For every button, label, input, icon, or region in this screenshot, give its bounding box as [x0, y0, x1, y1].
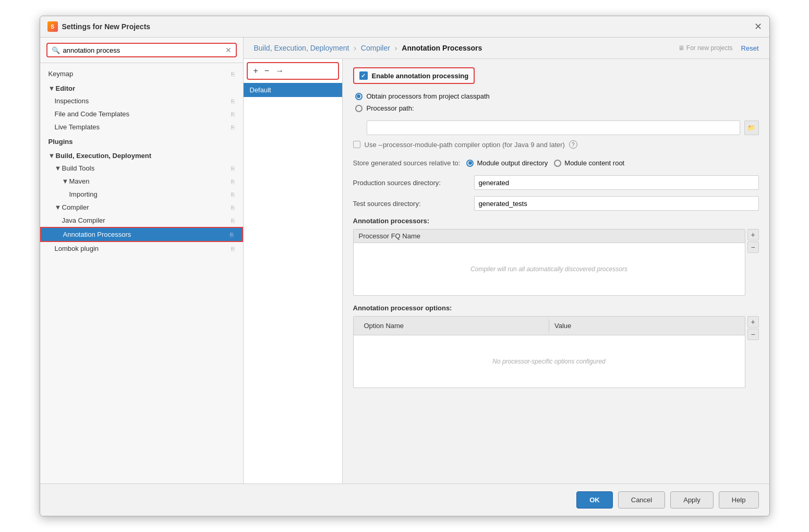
copy-icon-compiler: ⎘	[231, 204, 235, 211]
search-clear-button[interactable]: ✕	[225, 46, 232, 54]
for-new-projects: 🖥 For new projects	[678, 44, 733, 52]
sidebar: 🔍 ✕ Keymap ⎘ ▼ Editor I	[40, 38, 244, 483]
module-output-label: Module output directory	[477, 159, 548, 167]
module-output-radio[interactable]	[466, 160, 474, 167]
module-output-option[interactable]: Module output directory	[466, 159, 548, 167]
annotation-processors-section-label: Annotation processors:	[353, 217, 759, 225]
obtain-classpath-row[interactable]: Obtain processors from project classpath	[355, 92, 759, 100]
profile-remove-button[interactable]: −	[263, 66, 271, 76]
compiler-will-run-label: Compiler will run all automatically disc…	[470, 265, 627, 273]
triangle-maven: ▼	[62, 177, 67, 185]
reset-button[interactable]: Reset	[741, 44, 759, 52]
path-browse-button[interactable]: 📁	[744, 120, 759, 135]
split-panel: + − → Default Enable annotation processi…	[244, 59, 769, 483]
for-new-projects-label: For new projects	[686, 44, 733, 52]
dialog-footer: OK Cancel Apply Help	[40, 483, 769, 516]
triangle-build-exec-deploy: ▼	[49, 152, 54, 160]
annotation-processor-options-label: Annotation processor options:	[353, 304, 759, 312]
processor-path-label: Processor path:	[367, 104, 414, 112]
module-content-label: Module content root	[564, 159, 624, 167]
settings-panel: Enable annotation processing Obtain proc…	[343, 59, 769, 483]
sidebar-item-lombok-plugin[interactable]: Lombok plugin ⎘	[40, 242, 243, 255]
compiler-label: Compiler	[62, 203, 89, 211]
processor-path-input-row: 📁	[353, 120, 759, 135]
annotation-processors-table-body: Compiler will run all automatically disc…	[354, 243, 745, 295]
sidebar-item-build-exec-deploy[interactable]: ▼ Build, Execution, Deployment	[40, 148, 243, 162]
annotation-processor-options-container: Option Name Value No processor-specific …	[353, 316, 745, 388]
annotation-processor-add-button[interactable]: +	[747, 229, 759, 240]
help-icon-module-path[interactable]: ?	[569, 140, 577, 149]
obtain-classpath-radio[interactable]	[355, 93, 363, 100]
ok-button[interactable]: OK	[576, 491, 613, 509]
sidebar-item-inspections[interactable]: Inspections ⎘	[40, 94, 243, 107]
help-button[interactable]: Help	[719, 491, 759, 509]
module-content-option[interactable]: Module content root	[554, 159, 624, 167]
processor-path-row[interactable]: Processor path:	[355, 104, 759, 112]
processor-path-radio[interactable]	[355, 105, 363, 112]
cancel-button[interactable]: Cancel	[618, 491, 665, 509]
production-sources-label: Production sources directory:	[353, 179, 468, 187]
plugins-label: Plugins	[49, 138, 73, 146]
sidebar-item-build-tools[interactable]: ▼ Build Tools ⎘	[40, 162, 243, 175]
enable-annotation-label: Enable annotation processing	[372, 72, 469, 80]
test-sources-label: Test sources directory:	[353, 200, 468, 208]
sidebar-item-maven[interactable]: ▼ Maven ⎘	[40, 175, 243, 188]
annotation-processors-table: Processor FQ Name Compiler will run all …	[353, 229, 745, 296]
breadcrumb-part3: Annotation Processors	[402, 44, 482, 52]
breadcrumb-sep2: ›	[395, 44, 397, 52]
production-sources-row: Production sources directory:	[353, 175, 759, 190]
file-code-templates-label: File and Code Templates	[55, 110, 130, 118]
use-module-path-checkbox[interactable]	[353, 141, 360, 148]
copy-icon-inspections: ⎘	[231, 98, 235, 104]
sidebar-item-plugins[interactable]: Plugins	[40, 134, 243, 148]
breadcrumb-part2[interactable]: Compiler	[361, 44, 390, 52]
test-sources-input[interactable]	[474, 196, 759, 211]
importing-label: Importing	[69, 190, 98, 198]
sidebar-item-live-templates[interactable]: Live Templates ⎘	[40, 120, 243, 134]
copy-icon-maven: ⎘	[231, 178, 235, 185]
copy-icon-lombok-plugin: ⎘	[231, 246, 235, 252]
sidebar-item-annotation-processors[interactable]: Annotation Processors ⎘	[40, 227, 243, 242]
store-sources-label: Store generated sources relative to:	[353, 159, 461, 167]
copy-icon-live-templates: ⎘	[231, 124, 235, 130]
use-module-path-row: Use --processor-module-path compiler opt…	[353, 140, 759, 149]
annotation-processors-table-container: Processor FQ Name Compiler will run all …	[353, 229, 745, 296]
annotation-processors-table-wrap: Processor FQ Name Compiler will run all …	[353, 229, 759, 296]
profile-list: Default	[244, 83, 342, 483]
lombok-plugin-label: Lombok plugin	[55, 245, 99, 252]
production-sources-input[interactable]	[474, 175, 759, 190]
breadcrumb-sep1: ›	[354, 44, 356, 52]
option-add-button[interactable]: +	[747, 316, 759, 328]
triangle-build-tools: ▼	[55, 164, 60, 172]
copy-icon-keymap: ⎘	[231, 71, 235, 77]
value-col: Value	[549, 319, 740, 332]
profile-toolbar: + − →	[247, 62, 339, 80]
sidebar-item-compiler[interactable]: ▼ Compiler ⎘	[40, 201, 243, 214]
module-content-radio[interactable]	[554, 160, 561, 167]
search-input[interactable]	[63, 46, 222, 54]
sidebar-item-java-compiler[interactable]: Java Compiler ⎘	[40, 214, 243, 227]
breadcrumb-part1[interactable]: Build, Execution, Deployment	[254, 44, 349, 52]
apply-button[interactable]: Apply	[670, 491, 714, 509]
annotation-processor-remove-button[interactable]: −	[747, 241, 759, 253]
enable-annotation-checkbox[interactable]	[359, 71, 368, 80]
store-sources-row: Store generated sources relative to: Mod…	[353, 159, 759, 167]
profile-item-default[interactable]: Default	[244, 83, 342, 97]
option-remove-button[interactable]: −	[747, 329, 759, 340]
sidebar-item-editor[interactable]: ▼ Editor	[40, 80, 243, 94]
browse-icon: 📁	[747, 124, 755, 131]
profile-add-button[interactable]: +	[252, 66, 260, 76]
sidebar-item-keymap[interactable]: Keymap ⎘	[40, 67, 243, 80]
close-button[interactable]: ✕	[754, 22, 762, 31]
maven-label: Maven	[69, 177, 90, 185]
dialog-title: Settings for New Projects	[62, 22, 151, 31]
processor-path-input[interactable]	[367, 120, 740, 135]
build-exec-deploy-label: Build, Execution, Deployment	[56, 152, 151, 160]
triangle-compiler: ▼	[55, 203, 60, 211]
profile-copy-button[interactable]: →	[274, 66, 285, 76]
copy-icon-file-code-templates: ⎘	[231, 111, 235, 117]
sidebar-item-importing[interactable]: Importing ⎘	[40, 188, 243, 201]
sidebar-nav: Keymap ⎘ ▼ Editor Inspections ⎘ File and…	[40, 63, 243, 483]
sidebar-item-file-code-templates[interactable]: File and Code Templates ⎘	[40, 107, 243, 120]
profile-panel: + − → Default	[244, 59, 343, 483]
